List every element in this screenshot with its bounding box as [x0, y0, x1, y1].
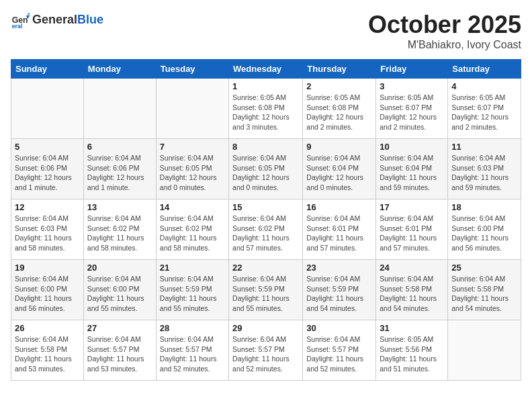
- day-number: 16: [306, 202, 372, 212]
- day-info: Sunrise: 6:04 AM Sunset: 6:00 PM Dayligh…: [451, 214, 517, 253]
- day-info: Sunrise: 6:04 AM Sunset: 6:03 PM Dayligh…: [451, 153, 517, 193]
- day-number: 27: [87, 323, 152, 333]
- weekday-header-tuesday: Tuesday: [156, 60, 228, 79]
- day-info: Sunrise: 6:04 AM Sunset: 6:00 PM Dayligh…: [87, 274, 152, 314]
- calendar-cell: 1Sunrise: 6:05 AM Sunset: 6:08 PM Daylig…: [229, 79, 303, 139]
- day-number: 21: [160, 263, 225, 273]
- month-title: October 2025: [368, 11, 521, 39]
- title-area: October 2025 M'Bahiakro, Ivory Coast: [368, 11, 521, 51]
- day-info: Sunrise: 6:04 AM Sunset: 6:01 PM Dayligh…: [306, 214, 372, 253]
- day-number: 31: [380, 323, 444, 333]
- day-number: 26: [15, 323, 80, 333]
- calendar-week-row: 26Sunrise: 6:04 AM Sunset: 5:58 PM Dayli…: [11, 320, 521, 381]
- day-number: 5: [15, 142, 80, 152]
- calendar-cell: 29Sunrise: 6:04 AM Sunset: 5:57 PM Dayli…: [229, 320, 303, 381]
- calendar-cell: 22Sunrise: 6:04 AM Sunset: 5:59 PM Dayli…: [229, 260, 303, 320]
- calendar-cell: 30Sunrise: 6:04 AM Sunset: 5:57 PM Dayli…: [303, 320, 376, 381]
- calendar-cell: 15Sunrise: 6:04 AM Sunset: 6:02 PM Dayli…: [229, 199, 303, 260]
- calendar-cell: 3Sunrise: 6:05 AM Sunset: 6:07 PM Daylig…: [376, 79, 448, 139]
- weekday-header-sunday: Sunday: [11, 60, 84, 79]
- day-number: 7: [160, 142, 225, 152]
- calendar-cell: 24Sunrise: 6:04 AM Sunset: 5:58 PM Dayli…: [376, 260, 448, 320]
- calendar-body: 1Sunrise: 6:05 AM Sunset: 6:08 PM Daylig…: [11, 79, 521, 381]
- day-info: Sunrise: 6:04 AM Sunset: 5:59 PM Dayligh…: [232, 274, 299, 314]
- calendar-cell: 8Sunrise: 6:04 AM Sunset: 6:05 PM Daylig…: [229, 139, 303, 199]
- calendar-cell: 20Sunrise: 6:04 AM Sunset: 6:00 PM Dayli…: [83, 260, 156, 320]
- day-number: 22: [232, 263, 299, 273]
- calendar-cell: 9Sunrise: 6:04 AM Sunset: 6:04 PM Daylig…: [303, 139, 376, 199]
- calendar-table: SundayMondayTuesdayWednesdayThursdayFrid…: [11, 59, 521, 381]
- day-number: 19: [15, 263, 80, 273]
- day-number: 14: [160, 202, 225, 212]
- calendar-cell: 17Sunrise: 6:04 AM Sunset: 6:01 PM Dayli…: [376, 199, 448, 260]
- calendar-week-row: 1Sunrise: 6:05 AM Sunset: 6:08 PM Daylig…: [11, 79, 521, 139]
- day-number: 12: [15, 202, 80, 212]
- day-number: 15: [232, 202, 299, 212]
- calendar-cell: 14Sunrise: 6:04 AM Sunset: 6:02 PM Dayli…: [156, 199, 228, 260]
- day-info: Sunrise: 6:04 AM Sunset: 6:05 PM Dayligh…: [160, 153, 225, 193]
- day-number: 23: [306, 263, 372, 273]
- calendar-cell: 13Sunrise: 6:04 AM Sunset: 6:02 PM Dayli…: [83, 199, 156, 260]
- day-info: Sunrise: 6:05 AM Sunset: 6:08 PM Dayligh…: [232, 93, 299, 132]
- calendar-cell: [448, 320, 521, 381]
- day-info: Sunrise: 6:04 AM Sunset: 6:02 PM Dayligh…: [87, 214, 152, 253]
- weekday-header-thursday: Thursday: [303, 60, 376, 79]
- day-info: Sunrise: 6:04 AM Sunset: 6:00 PM Dayligh…: [15, 274, 80, 314]
- day-number: 6: [87, 142, 152, 152]
- day-number: 20: [87, 263, 152, 273]
- calendar-cell: 21Sunrise: 6:04 AM Sunset: 5:59 PM Dayli…: [156, 260, 228, 320]
- calendar-cell: 28Sunrise: 6:04 AM Sunset: 5:57 PM Dayli…: [156, 320, 228, 381]
- calendar-cell: 18Sunrise: 6:04 AM Sunset: 6:00 PM Dayli…: [448, 199, 521, 260]
- weekday-header-monday: Monday: [83, 60, 156, 79]
- logo: Gen eral GeneralBlue: [11, 11, 103, 30]
- calendar-cell: 12Sunrise: 6:04 AM Sunset: 6:03 PM Dayli…: [11, 199, 84, 260]
- calendar-cell: 4Sunrise: 6:05 AM Sunset: 6:07 PM Daylig…: [448, 79, 521, 139]
- day-info: Sunrise: 6:05 AM Sunset: 5:56 PM Dayligh…: [380, 334, 444, 374]
- location: M'Bahiakro, Ivory Coast: [368, 39, 521, 51]
- logo-icon: Gen eral: [11, 11, 30, 30]
- day-number: 11: [451, 142, 517, 152]
- day-info: Sunrise: 6:04 AM Sunset: 5:58 PM Dayligh…: [15, 334, 80, 374]
- day-number: 8: [232, 142, 299, 152]
- day-info: Sunrise: 6:04 AM Sunset: 6:02 PM Dayligh…: [232, 214, 299, 253]
- calendar-cell: 26Sunrise: 6:04 AM Sunset: 5:58 PM Dayli…: [11, 320, 84, 381]
- weekday-header-row: SundayMondayTuesdayWednesdayThursdayFrid…: [11, 60, 521, 79]
- calendar-cell: [83, 79, 156, 139]
- calendar-cell: 11Sunrise: 6:04 AM Sunset: 6:03 PM Dayli…: [448, 139, 521, 199]
- day-info: Sunrise: 6:04 AM Sunset: 5:58 PM Dayligh…: [451, 274, 517, 314]
- calendar-cell: 23Sunrise: 6:04 AM Sunset: 5:59 PM Dayli…: [303, 260, 376, 320]
- calendar-cell: 25Sunrise: 6:04 AM Sunset: 5:58 PM Dayli…: [448, 260, 521, 320]
- calendar-cell: 10Sunrise: 6:04 AM Sunset: 6:04 PM Dayli…: [376, 139, 448, 199]
- day-number: 10: [380, 142, 444, 152]
- day-info: Sunrise: 6:04 AM Sunset: 6:04 PM Dayligh…: [380, 153, 444, 193]
- day-number: 18: [451, 202, 517, 212]
- calendar-cell: [11, 79, 84, 139]
- calendar-cell: [156, 79, 228, 139]
- calendar-cell: 27Sunrise: 6:04 AM Sunset: 5:57 PM Dayli…: [83, 320, 156, 381]
- day-info: Sunrise: 6:04 AM Sunset: 5:57 PM Dayligh…: [306, 334, 372, 374]
- calendar-week-row: 19Sunrise: 6:04 AM Sunset: 6:00 PM Dayli…: [11, 260, 521, 320]
- calendar-cell: 19Sunrise: 6:04 AM Sunset: 6:00 PM Dayli…: [11, 260, 84, 320]
- calendar-cell: 16Sunrise: 6:04 AM Sunset: 6:01 PM Dayli…: [303, 199, 376, 260]
- day-number: 13: [87, 202, 152, 212]
- day-number: 30: [306, 323, 372, 333]
- weekday-header-saturday: Saturday: [448, 60, 521, 79]
- day-info: Sunrise: 6:05 AM Sunset: 6:07 PM Dayligh…: [380, 93, 444, 132]
- calendar-week-row: 12Sunrise: 6:04 AM Sunset: 6:03 PM Dayli…: [11, 199, 521, 260]
- day-info: Sunrise: 6:04 AM Sunset: 5:57 PM Dayligh…: [160, 334, 225, 374]
- header: Gen eral GeneralBlue October 2025 M'Bahi…: [11, 11, 521, 51]
- day-number: 4: [451, 81, 517, 91]
- day-number: 28: [160, 323, 225, 333]
- day-number: 29: [232, 323, 299, 333]
- day-info: Sunrise: 6:04 AM Sunset: 6:04 PM Dayligh…: [306, 153, 372, 193]
- calendar-cell: 2Sunrise: 6:05 AM Sunset: 6:08 PM Daylig…: [303, 79, 376, 139]
- calendar-cell: 31Sunrise: 6:05 AM Sunset: 5:56 PM Dayli…: [376, 320, 448, 381]
- day-number: 9: [306, 142, 372, 152]
- weekday-header-wednesday: Wednesday: [229, 60, 303, 79]
- day-info: Sunrise: 6:04 AM Sunset: 6:06 PM Dayligh…: [15, 153, 80, 193]
- day-info: Sunrise: 6:05 AM Sunset: 6:08 PM Dayligh…: [306, 93, 372, 132]
- calendar-cell: 7Sunrise: 6:04 AM Sunset: 6:05 PM Daylig…: [156, 139, 228, 199]
- weekday-header-friday: Friday: [376, 60, 448, 79]
- day-info: Sunrise: 6:04 AM Sunset: 6:03 PM Dayligh…: [15, 214, 80, 253]
- day-info: Sunrise: 6:04 AM Sunset: 5:59 PM Dayligh…: [306, 274, 372, 314]
